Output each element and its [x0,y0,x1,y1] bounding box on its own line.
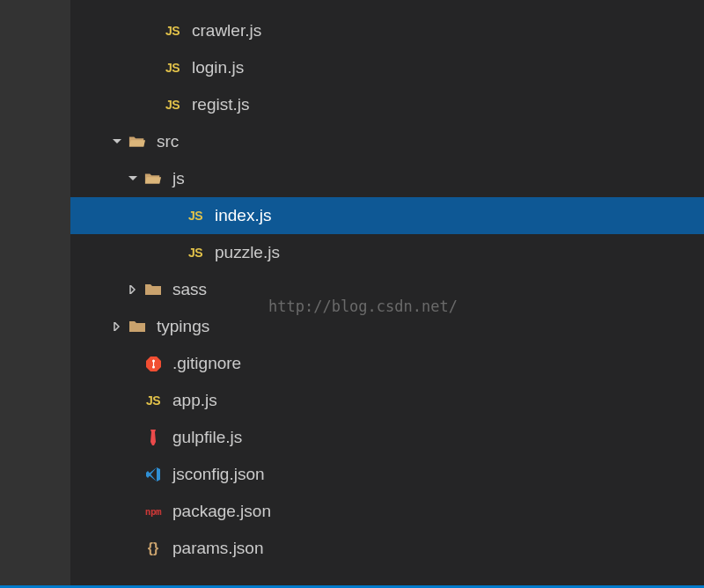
tree-item-label: jsconfig.json [172,465,265,484]
tree-item-regist-js[interactable]: JSregist.js [70,86,704,123]
tree-item-package-json[interactable]: npmpackage.json [70,493,704,530]
tree-item-label: regist.js [192,95,249,114]
js-file-icon: JS [162,98,183,112]
tree-item-label: app.js [172,391,217,410]
js-file-icon: JS [162,61,183,75]
file-explorer: routesJScrawler.jsJSlogin.jsJSregist.jss… [70,0,704,588]
folder-icon [143,283,164,297]
tree-item-js[interactable]: js [70,160,704,197]
tree-item-app-js[interactable]: JSapp.js [70,382,704,419]
json-icon: {} [143,540,164,556]
folder-icon [127,320,148,334]
tree-item-crawler-js[interactable]: JScrawler.js [70,12,704,49]
js-file-icon: JS [185,246,206,260]
tree-item-label: typings [157,317,209,336]
folder-open-icon [127,0,148,1]
tree-item-label: index.js [215,206,271,225]
chevron-right-icon[interactable] [111,322,123,331]
chevron-right-icon[interactable] [127,285,139,294]
tree-item-label: package.json [172,502,271,521]
tree-item-label: login.js [192,58,244,77]
tree-item-gulpfile-js[interactable]: gulpfile.js [70,419,704,456]
tree-item-label: .gitignore [172,354,241,373]
js-file-icon: JS [185,209,206,223]
tree-item-params-json[interactable]: {}params.json [70,530,704,567]
npm-icon: npm [143,506,164,518]
chevron-down-icon[interactable] [127,174,139,183]
activity-bar [0,0,70,588]
tree-item-label: gulpfile.js [172,428,242,447]
vscode-icon [143,467,164,482]
tree-item-login-js[interactable]: JSlogin.js [70,49,704,86]
tree-item-label: params.json [172,539,264,558]
gulp-icon [143,430,164,445]
tree-item-label: puzzle.js [215,243,280,262]
git-icon [143,356,164,371]
js-file-icon: JS [143,393,164,408]
tree-item--gitignore[interactable]: .gitignore [70,345,704,382]
tree-item-label: js [172,169,185,188]
chevron-down-icon[interactable] [111,137,123,146]
tree-item-typings[interactable]: typings [70,308,704,345]
tree-item-label: crawler.js [192,21,261,40]
tree-item-jsconfig-json[interactable]: jsconfig.json [70,456,704,493]
tree-item-src[interactable]: src [70,123,704,160]
tree-item-routes[interactable]: routes [70,0,704,12]
folder-open-icon [127,135,148,149]
folder-open-icon [143,172,164,186]
tree-item-index-js[interactable]: JSindex.js [70,197,704,234]
tree-item-label: routes [157,0,203,4]
tree-item-label: sass [172,280,207,299]
js-file-icon: JS [162,24,183,38]
tree-item-label: src [157,132,179,151]
tree-item-sass[interactable]: sass [70,271,704,308]
tree-item-puzzle-js[interactable]: JSpuzzle.js [70,234,704,271]
